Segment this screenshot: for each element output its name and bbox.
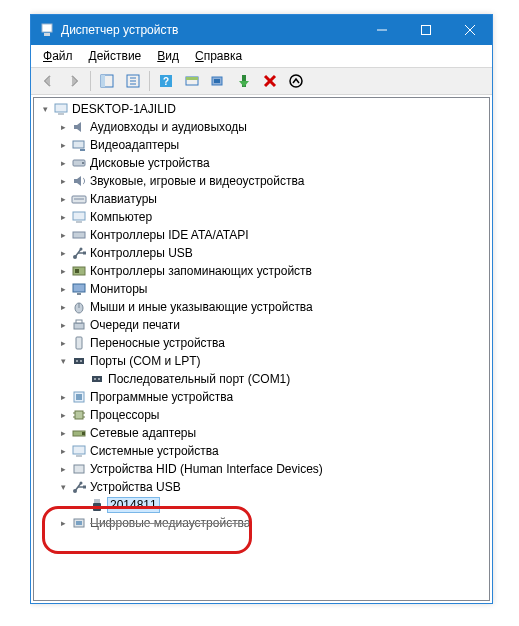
tree-label: Мониторы: [90, 282, 147, 296]
tree-node-keyboard[interactable]: ▸ Клавиатуры: [36, 190, 489, 208]
svg-rect-44: [76, 337, 82, 349]
tree-node-system[interactable]: ▸ Системные устройства: [36, 442, 489, 460]
svg-rect-17: [214, 79, 220, 83]
chevron-down-icon[interactable]: ▾: [38, 102, 52, 116]
network-icon: [71, 425, 87, 441]
uninstall-device-button[interactable]: [258, 69, 282, 93]
tree-node-software[interactable]: ▸ Программные устройства: [36, 388, 489, 406]
tree-root[interactable]: ▾ DESKTOP-1AJILID: [36, 100, 489, 118]
tree-node-video[interactable]: ▸ Видеоадаптеры: [36, 136, 489, 154]
maximize-button[interactable]: [404, 15, 448, 45]
device-manager-window: Диспетчер устройств Файл Действие Вид Сп…: [30, 14, 493, 604]
chevron-right-icon[interactable]: ▸: [56, 300, 70, 314]
chevron-down-icon[interactable]: ▾: [56, 480, 70, 494]
update-driver-button[interactable]: [206, 69, 230, 93]
chevron-right-icon[interactable]: ▸: [56, 264, 70, 278]
chevron-right-icon[interactable]: ▸: [56, 444, 70, 458]
svg-point-27: [82, 162, 84, 164]
enable-device-button[interactable]: [232, 69, 256, 93]
tree-label: Сетевые адаптеры: [90, 426, 196, 440]
svg-rect-59: [82, 432, 85, 435]
usb-icon: [71, 245, 87, 261]
tree-node-ide[interactable]: ▸ Контроллеры IDE ATA/ATAPI: [36, 226, 489, 244]
back-button[interactable]: [36, 69, 60, 93]
display-adapter-icon: [71, 137, 87, 153]
menu-help[interactable]: Справка: [187, 47, 250, 65]
menubar: Файл Действие Вид Справка: [31, 45, 492, 67]
tree-node-mice[interactable]: ▸ Мыши и иные указывающие устройства: [36, 298, 489, 316]
device-tree: ▾ DESKTOP-1AJILID ▸ Аудиовходы и аудиовы…: [34, 98, 489, 534]
ide-icon: [71, 227, 87, 243]
tree-node-usb-controllers[interactable]: ▸ Контроллеры USB: [36, 244, 489, 262]
chevron-right-icon[interactable]: ▸: [56, 120, 70, 134]
window-title: Диспетчер устройств: [61, 23, 178, 37]
tree-node-usb-item[interactable]: 2014811: [36, 496, 489, 514]
tree-node-media-devices[interactable]: ▸ Цифровые медиаустройства: [36, 514, 489, 532]
storage-controller-icon: [71, 263, 87, 279]
tree-node-print-queues[interactable]: ▸ Очереди печати: [36, 316, 489, 334]
chevron-right-icon[interactable]: ▸: [56, 210, 70, 224]
disable-device-button[interactable]: [284, 69, 308, 93]
tree-node-portable[interactable]: ▸ Переносные устройства: [36, 334, 489, 352]
menu-view[interactable]: Вид: [149, 47, 187, 65]
tree-node-computer[interactable]: ▸ Компьютер: [36, 208, 489, 226]
svg-point-64: [80, 482, 83, 485]
chevron-down-icon[interactable]: ▾: [56, 354, 70, 368]
tree-node-usb-devices[interactable]: ▾ Устройства USB: [36, 478, 489, 496]
close-button[interactable]: [448, 15, 492, 45]
tree-node-network[interactable]: ▸ Сетевые адаптеры: [36, 424, 489, 442]
tree-node-monitors[interactable]: ▸ Мониторы: [36, 280, 489, 298]
chevron-right-icon[interactable]: ▸: [56, 228, 70, 242]
svg-rect-30: [73, 212, 85, 220]
chevron-right-icon[interactable]: ▸: [56, 192, 70, 206]
tree-node-cpu[interactable]: ▸ Процессоры: [36, 406, 489, 424]
chevron-right-icon[interactable]: ▸: [56, 390, 70, 404]
chevron-right-icon[interactable]: ▸: [56, 174, 70, 188]
svg-rect-39: [77, 293, 81, 295]
help-button[interactable]: ?: [154, 69, 178, 93]
svg-point-47: [80, 360, 82, 362]
tree-node-serial-port[interactable]: Последовательный порт (COM1): [36, 370, 489, 388]
chevron-right-icon[interactable]: ▸: [56, 246, 70, 260]
tree-node-storage-controllers[interactable]: ▸ Контроллеры запоминающих устройств: [36, 262, 489, 280]
device-tree-pane[interactable]: ▾ DESKTOP-1AJILID ▸ Аудиовходы и аудиовы…: [33, 97, 490, 601]
tree-label: Компьютер: [90, 210, 152, 224]
minimize-button[interactable]: [360, 15, 404, 45]
tree-label: Системные устройства: [90, 444, 219, 458]
chevron-right-icon[interactable]: ▸: [56, 516, 70, 530]
svg-rect-23: [58, 113, 64, 115]
usb-device-icon: [89, 497, 105, 513]
media-device-icon: [71, 515, 87, 531]
tree-node-hid[interactable]: ▸ Устройства HID (Human Interface Device…: [36, 460, 489, 478]
tree-node-disk[interactable]: ▸ Дисковые устройства: [36, 154, 489, 172]
chevron-right-icon[interactable]: ▸: [56, 426, 70, 440]
tree-node-audio[interactable]: ▸ Аудиовходы и аудиовыходы: [36, 118, 489, 136]
chevron-right-icon[interactable]: ▸: [56, 156, 70, 170]
show-hide-console-tree-button[interactable]: [95, 69, 119, 93]
svg-rect-32: [73, 232, 85, 238]
scan-hardware-button[interactable]: [180, 69, 204, 93]
portable-device-icon: [71, 335, 87, 351]
svg-rect-43: [76, 320, 82, 323]
cpu-icon: [71, 407, 87, 423]
tree-label: Дисковые устройства: [90, 156, 210, 170]
chevron-right-icon[interactable]: ▸: [56, 462, 70, 476]
properties-button[interactable]: [121, 69, 145, 93]
svg-rect-3: [422, 26, 431, 35]
menu-file[interactable]: Файл: [35, 47, 81, 65]
tree-node-sound[interactable]: ▸ Звуковые, игровые и видеоустройства: [36, 172, 489, 190]
chevron-right-icon[interactable]: ▸: [56, 408, 70, 422]
forward-button[interactable]: [62, 69, 86, 93]
chevron-right-icon[interactable]: ▸: [56, 336, 70, 350]
chevron-right-icon[interactable]: ▸: [56, 282, 70, 296]
keyboard-icon: [71, 191, 87, 207]
tree-node-ports[interactable]: ▾ Порты (COM и LPT): [36, 352, 489, 370]
svg-text:?: ?: [163, 76, 169, 87]
chevron-right-icon[interactable]: ▸: [56, 318, 70, 332]
menu-action[interactable]: Действие: [81, 47, 150, 65]
svg-rect-69: [76, 521, 82, 525]
chevron-right-icon[interactable]: ▸: [56, 138, 70, 152]
svg-rect-52: [76, 394, 82, 400]
serial-port-icon: [89, 371, 105, 387]
system-device-icon: [71, 443, 87, 459]
